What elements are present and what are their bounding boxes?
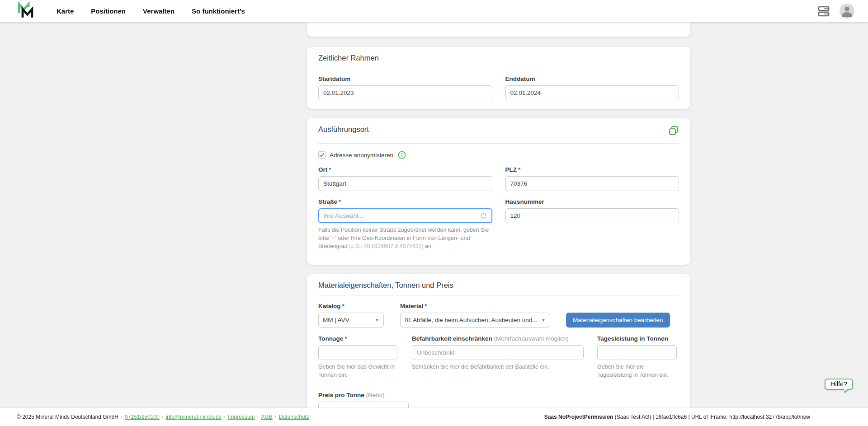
anonymize-row: Adresse anonymisieren: [318, 151, 679, 159]
nav-item-positionen[interactable]: Positionen: [91, 7, 126, 15]
chevron-down-icon: ▼: [375, 318, 379, 323]
strasse-helper-text: Falls die Position keiner Straße zugeord…: [318, 226, 492, 250]
section-title: Ausführungsort: [318, 125, 369, 134]
katalog-select[interactable]: MM | AVV ▼: [318, 313, 384, 328]
required-marker: *: [344, 335, 347, 342]
footer-separator: ·: [121, 414, 123, 420]
field-strasse: Straße* Falls die Position keiner Straße…: [318, 191, 492, 250]
plz-input[interactable]: [505, 176, 679, 191]
section-ausfuehrungsort: Ausführungsort Adresse anonymisieren: [307, 118, 690, 265]
divider: [318, 143, 679, 144]
befahrbarkeit-input[interactable]: [412, 345, 584, 360]
footer-left: © 2025 Mineral Minds Deutschland GmbH · …: [17, 414, 309, 420]
katalog-label: Katalog*: [318, 303, 384, 310]
ort-input[interactable]: [318, 176, 492, 191]
plz-label: PLZ*: [505, 166, 679, 173]
hausnummer-input[interactable]: [505, 208, 679, 223]
footer-separator: ·: [257, 414, 259, 420]
form-content: Zeitlicher Rahmen Startdatum Enddatum Au…: [307, 22, 690, 426]
footer-agb-link[interactable]: AGB: [261, 414, 273, 420]
checkmark-icon: [319, 152, 325, 158]
strasse-input[interactable]: [318, 208, 492, 223]
tonnage-input[interactable]: [318, 345, 397, 360]
mineral-minds-logo-icon: [17, 1, 35, 21]
brand-logo[interactable]: [17, 2, 35, 20]
footer-email-link[interactable]: info@mineral-minds.de: [166, 414, 222, 420]
nav-item-so-funktionierts[interactable]: So funktioniert's: [192, 7, 245, 15]
material-select[interactable]: 01 Abfälle, die beim Aufsuchen, Ausbeute…: [400, 313, 550, 328]
footer-impressum-link[interactable]: Impressum: [228, 414, 255, 420]
hausnummer-label: Hausnummer: [505, 198, 679, 206]
field-ort: Ort*: [318, 159, 492, 191]
enddatum-input[interactable]: [505, 85, 679, 100]
loading-spinner-icon: [481, 213, 486, 219]
field-enddatum: Enddatum: [505, 68, 679, 100]
field-material: Material* 01 Abfälle, die beim Aufsuchen…: [400, 295, 550, 328]
startdatum-label: Startdatum: [318, 75, 492, 83]
field-katalog: Katalog* MM | AVV ▼: [318, 295, 384, 328]
field-tagesleistung: Tagesleistung in Tonnen Geben Sie hier d…: [597, 335, 677, 379]
footer-session-info: Saas NoProjectPermission (Saas Test AG) …: [544, 414, 810, 420]
section-material: Materialeigenschaften, Tonnen und Preis …: [307, 274, 690, 426]
previous-card-partial: [307, 22, 690, 37]
session-details-text: (Saas Test AG) | 16fae1ffc6a6 | URL of i…: [613, 414, 810, 420]
server-dns-icon[interactable]: [817, 5, 830, 18]
section-title: Materialeigenschaften, Tonnen und Preis: [318, 281, 679, 290]
tagesleistung-helper-text: Geben Sie hier die Tagesleistung in Tonn…: [597, 363, 677, 379]
main-nav: Karte Positionen Verwalten So funktionie…: [57, 7, 245, 15]
required-marker: *: [518, 166, 520, 173]
tagesleistung-label: Tagesleistung in Tonnen: [597, 335, 677, 342]
help-button[interactable]: Hilfe?: [825, 379, 853, 390]
chevron-down-icon: ▼: [541, 318, 546, 323]
required-marker: *: [342, 303, 344, 309]
copyright-text: © 2025 Mineral Minds Deutschland GmbH: [17, 414, 118, 420]
nav-item-verwalten[interactable]: Verwalten: [143, 7, 175, 15]
footer-phone-link[interactable]: 07151/250100: [125, 414, 160, 420]
footer-separator: ·: [275, 414, 277, 420]
section-zeitlicher-rahmen: Zeitlicher Rahmen Startdatum Enddatum: [307, 47, 690, 109]
tagesleistung-input[interactable]: [597, 345, 677, 360]
session-permission-text: Saas NoProjectPermission: [544, 414, 613, 420]
footer-separator: ·: [162, 414, 164, 420]
footer-datenschutz-link[interactable]: Datenschutz: [279, 414, 309, 420]
navbar-right: [817, 4, 854, 19]
befahrbarkeit-label: Befahrbarkeit einschränken (Mehrfachausw…: [412, 335, 584, 342]
strasse-label: Straße*: [318, 198, 492, 206]
footer-separator: ·: [224, 414, 226, 420]
copy-icon[interactable]: [668, 125, 679, 138]
info-icon[interactable]: [398, 151, 406, 159]
help-button-label: Hilfe?: [830, 380, 847, 388]
nav-item-karte[interactable]: Karte: [57, 7, 74, 15]
required-marker: *: [339, 198, 341, 205]
required-marker: *: [425, 303, 427, 309]
ort-label: Ort*: [318, 166, 492, 173]
person-icon: [840, 4, 854, 19]
field-befahrbarkeit: Befahrbarkeit einschränken (Mehrfachausw…: [412, 335, 584, 379]
field-tonnage: Tonnage* Geben Sie hier das Gewicht in T…: [318, 335, 397, 379]
required-marker: *: [329, 166, 331, 173]
user-avatar[interactable]: [840, 4, 854, 19]
startdatum-input[interactable]: [318, 85, 492, 100]
tonnage-helper-text: Geben Sie hier das Gewicht in Tonnen ein…: [318, 363, 397, 379]
material-label: Material*: [400, 303, 550, 310]
materialeigenschaften-bearbeiten-button[interactable]: Materialeigenschaften bearbeiten: [566, 313, 670, 328]
enddatum-label: Enddatum: [505, 75, 679, 83]
anonymize-checkbox[interactable]: [318, 151, 326, 159]
footer: © 2025 Mineral Minds Deutschland GmbH · …: [0, 408, 868, 426]
tonnage-label: Tonnage*: [318, 335, 397, 342]
field-startdatum: Startdatum: [318, 68, 492, 100]
field-plz: PLZ*: [505, 159, 679, 191]
preis-label: Preis pro Tonne (Netto): [318, 392, 679, 399]
anonymize-label[interactable]: Adresse anonymisieren: [330, 152, 393, 159]
field-hausnummer: Hausnummer: [505, 191, 679, 250]
section-title: Zeitlicher Rahmen: [318, 54, 679, 62]
befahrbarkeit-helper-text: Schränken Sie hier die Befahrbarkeit der…: [412, 363, 584, 371]
top-navbar: Karte Positionen Verwalten So funktionie…: [0, 0, 868, 22]
